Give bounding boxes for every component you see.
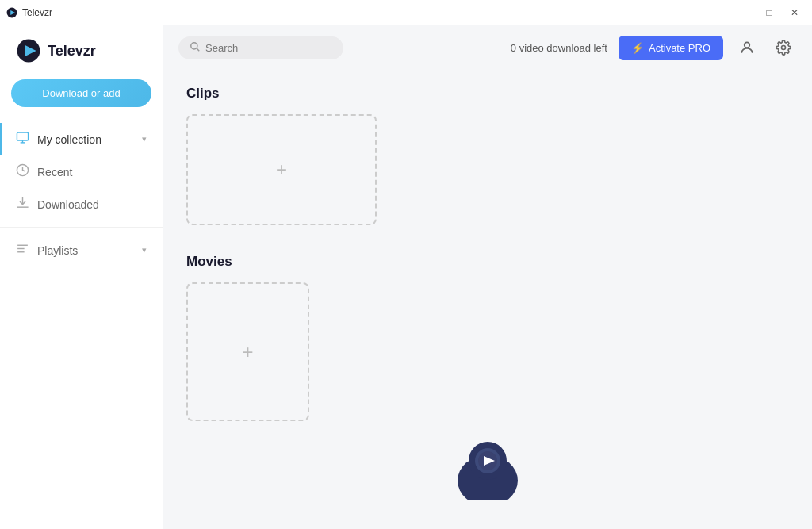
activate-pro-button[interactable]: ⚡ Activate PRO [619, 36, 723, 60]
search-input[interactable] [205, 42, 332, 54]
sidebar-item-playlists[interactable]: Playlists ▾ [0, 234, 163, 266]
app-icon [6, 7, 17, 18]
mascot-area [186, 437, 788, 500]
content-scroll[interactable]: Clips + Movies + [163, 70, 812, 529]
add-movie-icon: + [242, 341, 253, 363]
topbar-right: 0 video download left ⚡ Activate PRO [511, 35, 796, 60]
maximize-button[interactable]: □ [758, 3, 780, 22]
svg-line-13 [197, 48, 199, 51]
download-icon [16, 196, 29, 213]
sidebar-item-label-playlists: Playlists [37, 244, 78, 257]
minimize-button[interactable]: ─ [733, 3, 755, 22]
collection-icon [16, 131, 29, 148]
clips-title: Clips [186, 86, 788, 102]
svg-rect-4 [17, 132, 28, 140]
chevron-down-icon: ▾ [142, 134, 147, 144]
clips-section: Clips + [186, 86, 788, 225]
nav-divider [0, 227, 163, 228]
add-clip-icon: + [276, 159, 287, 181]
search-wrapper[interactable] [178, 36, 343, 59]
settings-button[interactable] [771, 35, 796, 60]
download-left-text: 0 video download left [511, 42, 607, 54]
topbar: 0 video download left ⚡ Activate PRO [163, 25, 812, 70]
close-button[interactable]: ✕ [783, 3, 806, 22]
sidebar-item-label-downloaded: Downloaded [37, 198, 99, 211]
logo-text: Televzr [48, 43, 96, 59]
sidebar-item-label-collection: My collection [37, 133, 102, 146]
app-container: Televzr Download or add My collection ▾ [0, 25, 812, 529]
sidebar-logo: Televzr [0, 38, 163, 79]
titlebar: Televzr ─ □ ✕ [0, 0, 812, 25]
mascot-svg [444, 437, 531, 500]
sidebar-item-label-recent: Recent [37, 166, 72, 178]
add-movie-card[interactable]: + [186, 282, 309, 421]
svg-point-14 [745, 42, 750, 48]
window-controls: ─ □ ✕ [733, 3, 806, 22]
titlebar-left: Televzr [6, 7, 52, 18]
playlists-icon [16, 242, 29, 259]
titlebar-app-name: Televzr [22, 7, 52, 18]
activate-label: Activate PRO [649, 42, 710, 54]
movies-section: Movies + [186, 254, 788, 500]
svg-point-15 [782, 46, 786, 50]
sidebar-item-recent[interactable]: Recent [0, 155, 163, 188]
sidebar-item-downloaded[interactable]: Downloaded [0, 188, 163, 220]
add-clip-card[interactable]: + [186, 114, 377, 225]
search-icon [190, 41, 201, 55]
sidebar-nav: My collection ▾ Recent [0, 123, 163, 266]
movies-title: Movies [186, 254, 788, 270]
activate-icon: ⚡ [631, 42, 644, 54]
playlists-chevron-icon: ▾ [142, 245, 147, 255]
sidebar-item-my-collection[interactable]: My collection ▾ [0, 123, 163, 155]
logo-icon [16, 38, 41, 63]
download-or-add-button[interactable]: Download or add [11, 79, 151, 107]
sidebar: Televzr Download or add My collection ▾ [0, 25, 163, 529]
svg-point-12 [191, 42, 197, 48]
main-content: 0 video download left ⚡ Activate PRO [163, 25, 812, 529]
user-account-button[interactable] [734, 35, 760, 60]
recent-icon [16, 163, 29, 180]
